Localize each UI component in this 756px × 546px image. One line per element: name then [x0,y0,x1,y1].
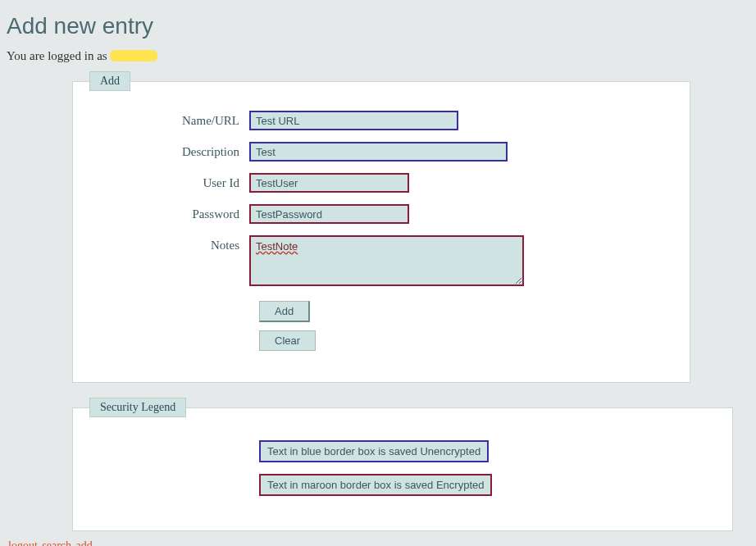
add-button[interactable]: Add [259,301,310,322]
footer-links: logout search add [8,539,748,546]
name-url-label: Name/URL [89,111,249,128]
logout-link[interactable]: logout [8,539,38,546]
password-input[interactable] [249,204,409,224]
add-link[interactable]: add [76,539,93,546]
redacted-username [110,50,157,61]
clear-button[interactable]: Clear [259,330,316,351]
add-fieldset: Add Name/URL Description User Id Passwor… [72,71,690,383]
description-input[interactable] [249,142,508,162]
userid-input[interactable] [249,173,409,193]
password-label: Password [89,204,249,221]
login-status: You are logged in as [7,49,748,63]
security-legend-title: Security Legend [89,398,186,417]
search-link[interactable]: search [42,539,71,546]
security-legend-fieldset: Security Legend Text in blue border box … [72,398,733,531]
add-legend: Add [89,71,130,91]
notes-label: Notes [89,235,249,253]
notes-textarea[interactable]: TestNote [249,235,524,286]
description-label: Description [89,142,249,159]
legend-unencrypted: Text in blue border box is saved Unencry… [259,440,489,462]
legend-encrypted: Text in maroon border box is saved Encry… [259,474,492,496]
userid-label: User Id [89,173,249,190]
name-url-input[interactable] [249,111,458,130]
page-title: Add new entry [7,13,748,39]
login-prefix: You are logged in as [7,49,110,62]
